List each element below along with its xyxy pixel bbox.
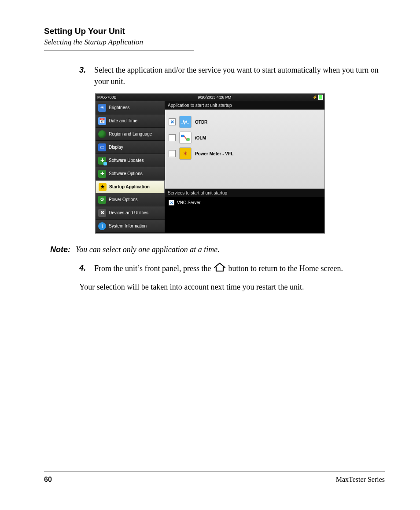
step-text: From the unit’s front panel, press the b…: [94, 262, 385, 275]
sidebar-label: Power Options: [109, 197, 138, 202]
checkbox-power-meter[interactable]: [169, 150, 176, 157]
services-panel: ✕ VNC Server: [165, 197, 324, 211]
sidebar-label: Display: [109, 145, 123, 150]
step-3: 3. Select the application and/or the ser…: [79, 64, 385, 87]
series-name: MaxTester Series: [336, 476, 385, 484]
step4-pre: From the unit’s front panel, press the: [94, 264, 213, 273]
power-icon: ⚙: [98, 196, 106, 204]
checkbox-iolm[interactable]: [169, 134, 176, 141]
header-divider: [44, 50, 194, 51]
updates-icon: ✚: [98, 157, 106, 165]
device-model: MAX-700B: [97, 95, 117, 99]
app-label: iOLM: [195, 136, 206, 140]
sidebar-item-brightness[interactable]: ☀ Brightness: [96, 101, 165, 114]
iolm-icon: [179, 132, 192, 144]
sidebar-item-region-language[interactable]: Region and Language: [96, 128, 165, 141]
sidebar-label: Date and Time: [109, 118, 137, 123]
section-subtitle: Selecting the Startup Application: [44, 38, 385, 47]
statusbar: MAX-700B 9/20/2013 4:26 PM ⚡: [96, 94, 324, 101]
settings-sidebar: ☀ Brightness 📅 Date and Time Region and …: [96, 101, 165, 233]
device-screenshot: MAX-700B 9/20/2013 4:26 PM ⚡ ☀ Brightnes…: [95, 93, 325, 234]
app-label: OTDR: [195, 120, 207, 125]
step-number: 3.: [79, 64, 94, 87]
svg-rect-0: [181, 135, 184, 137]
sidebar-item-software-updates[interactable]: ✚ Software Updates: [96, 154, 165, 167]
datetime: 9/20/2013 4:26 PM: [117, 95, 313, 99]
sidebar-label: Brightness: [109, 105, 129, 110]
note-label: Note:: [44, 245, 70, 254]
closing-text: Your selection will be taken into accoun…: [79, 281, 385, 293]
note-text: You can select only one application at a…: [76, 245, 220, 254]
tools-icon: ✖: [98, 209, 106, 217]
sidebar-label: Software Options: [109, 171, 143, 176]
power-meter-icon: ✶: [179, 147, 192, 160]
app-row-iolm[interactable]: iOLM: [169, 132, 321, 144]
svg-rect-1: [187, 139, 189, 140]
sidebar-item-display[interactable]: ▭ Display: [96, 141, 165, 154]
step-4: 4. From the unit’s front panel, press th…: [79, 262, 385, 275]
apps-header: Application to start at unit startup: [165, 101, 324, 110]
battery-icon: [318, 95, 323, 100]
sidebar-label: Region and Language: [109, 132, 152, 136]
calendar-icon: 📅: [98, 117, 106, 125]
display-icon: ▭: [98, 143, 106, 151]
page-footer: 60 MaxTester Series: [44, 471, 385, 484]
sidebar-label: System Information: [109, 224, 147, 228]
services-header: Services to start at unit startup: [165, 189, 324, 197]
svg-line-2: [184, 136, 187, 139]
note: Note: You can select only one applicatio…: [44, 245, 385, 254]
sidebar-item-power-options[interactable]: ⚙ Power Options: [96, 193, 165, 206]
sidebar-item-date-time[interactable]: 📅 Date and Time: [96, 114, 165, 128]
step4-post: button to return to the Home screen.: [228, 264, 343, 273]
apps-panel: ✕ OTDR: [165, 110, 324, 189]
step-number: 4.: [79, 262, 94, 275]
home-icon: [213, 262, 226, 275]
content-pane: Application to start at unit startup ✕ O…: [165, 101, 324, 233]
step-text: Select the application and/or the servic…: [94, 64, 385, 87]
brightness-icon: ☀: [98, 104, 106, 112]
app-row-otdr[interactable]: ✕ OTDR: [169, 116, 321, 128]
sidebar-item-system-information[interactable]: i System Information: [96, 220, 165, 233]
info-icon: i: [98, 222, 106, 230]
sidebar-item-software-options[interactable]: ✚ Software Options: [96, 167, 165, 180]
section-title: Setting Up Your Unit: [44, 26, 385, 36]
app-row-power-meter-vfl[interactable]: ✶ Power Meter - VFL: [169, 147, 321, 160]
app-label: Power Meter - VFL: [195, 151, 233, 156]
charge-icon: ⚡: [313, 95, 317, 99]
options-icon: ✚: [98, 170, 106, 178]
otdr-icon: [179, 116, 192, 128]
sidebar-item-startup-application[interactable]: ★ Startup Application: [96, 180, 165, 193]
startup-icon: ★: [99, 183, 107, 191]
page-number: 60: [44, 476, 52, 484]
sidebar-label: Startup Application: [109, 184, 150, 189]
globe-icon: [98, 130, 106, 138]
sidebar-label: Devices and Utilities: [109, 210, 148, 215]
sidebar-label: Software Updates: [109, 158, 144, 163]
checkbox-otdr[interactable]: ✕: [169, 118, 176, 125]
service-label: VNC Server: [177, 200, 200, 205]
sidebar-item-devices-utilities[interactable]: ✖ Devices and Utilities: [96, 206, 165, 220]
checkbox-vnc-server[interactable]: ✕: [169, 200, 174, 205]
